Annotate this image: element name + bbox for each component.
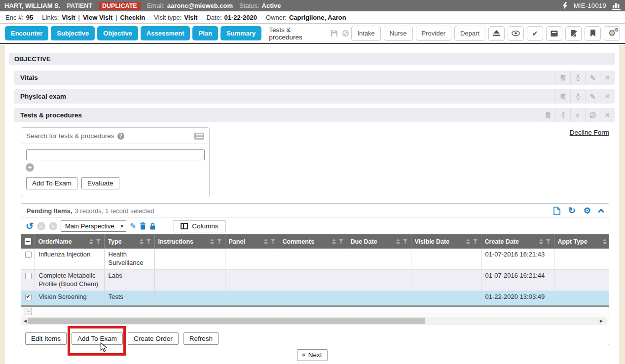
column-header-visible-date[interactable]: Visible Date bbox=[411, 234, 481, 249]
column-header-type[interactable]: Type bbox=[104, 234, 154, 249]
physical-exam-microphone-icon[interactable] bbox=[570, 89, 585, 104]
objective-section-header[interactable]: OBJECTIVE bbox=[9, 53, 615, 65]
tests-book-icon[interactable] bbox=[541, 108, 555, 122]
stage-button-intake[interactable]: Intake bbox=[351, 26, 380, 41]
link-checkin[interactable]: Checkin bbox=[120, 14, 146, 21]
nav-forward-icon[interactable]: › bbox=[49, 222, 57, 230]
nav-back-icon[interactable]: ‹ bbox=[37, 222, 45, 230]
row-checkbox[interactable] bbox=[25, 273, 32, 279]
save-icon[interactable] bbox=[331, 30, 338, 37]
physical-exam-close-icon[interactable]: ✕ bbox=[600, 89, 615, 104]
vitals-book-icon[interactable] bbox=[555, 71, 570, 85]
filter-icon[interactable] bbox=[147, 239, 151, 244]
evaluate-button[interactable]: Evaluate bbox=[81, 177, 119, 189]
settings-icon-button[interactable]: ⚙ ⚙ bbox=[604, 26, 620, 41]
tests-procedures-section-header[interactable]: Tests & procedures » ✕ bbox=[14, 108, 615, 122]
vitals-microphone-icon[interactable] bbox=[570, 71, 585, 85]
filter-icon[interactable] bbox=[403, 239, 408, 244]
vitals-section-header[interactable]: Vitals ✎ ✕ bbox=[14, 71, 615, 85]
scroll-left-icon[interactable]: ◄ bbox=[23, 317, 28, 325]
scroll-right-icon[interactable]: ► bbox=[599, 317, 604, 325]
tab-summary[interactable]: Summary bbox=[221, 26, 261, 40]
refresh-icon[interactable]: ↻ bbox=[568, 206, 576, 215]
sort-icon[interactable] bbox=[466, 239, 470, 245]
sort-icon[interactable] bbox=[89, 239, 93, 245]
stage-button-nurse[interactable]: Nurse bbox=[384, 26, 413, 41]
scrollbar-thumb[interactable] bbox=[28, 318, 425, 324]
select-all-header[interactable] bbox=[21, 234, 35, 249]
eye-icon-button[interactable] bbox=[508, 26, 524, 41]
select-all-checkbox[interactable] bbox=[25, 238, 31, 245]
horizontal-scrollbar[interactable]: ◄ ► bbox=[21, 317, 607, 325]
link-view-visit[interactable]: View Visit bbox=[83, 14, 112, 21]
edit-items-button[interactable]: Edit Items bbox=[25, 332, 67, 345]
vitals-close-icon[interactable]: ✕ bbox=[600, 71, 615, 85]
tests-collapse-icon[interactable]: » bbox=[570, 108, 585, 122]
tab-objective[interactable]: Objective bbox=[97, 26, 138, 40]
tab-assessment[interactable]: Assessment bbox=[141, 26, 190, 40]
filter-icon[interactable] bbox=[473, 239, 478, 244]
help-icon[interactable]: ? bbox=[117, 133, 124, 140]
columns-button[interactable]: Columns bbox=[174, 220, 225, 232]
filter-icon[interactable] bbox=[546, 239, 551, 244]
decline-form-link[interactable]: Decline Form bbox=[570, 129, 609, 136]
new-document-icon[interactable] bbox=[553, 207, 560, 215]
tests-close-icon[interactable]: ✕ bbox=[600, 108, 615, 122]
row-checkbox[interactable] bbox=[25, 252, 32, 258]
column-header-due-date[interactable]: Due Date bbox=[347, 234, 411, 249]
column-header-instructions[interactable]: Instructions bbox=[154, 234, 225, 249]
refresh-button[interactable]: Refresh bbox=[184, 332, 219, 345]
tab-subjective[interactable]: Subjective bbox=[51, 26, 95, 40]
table-row[interactable]: Vision Screening Tests 01-22-2020 13:03:… bbox=[21, 291, 609, 305]
filter-icon[interactable] bbox=[217, 239, 222, 244]
column-header-create-date[interactable]: Create Date bbox=[481, 234, 554, 249]
link-visit[interactable]: Visit bbox=[62, 14, 75, 21]
book-icon-button[interactable] bbox=[565, 26, 582, 41]
vitals-edit-icon[interactable]: ✎ bbox=[585, 71, 600, 85]
tests-search-input[interactable] bbox=[26, 149, 205, 160]
column-header-panel[interactable]: Panel bbox=[225, 234, 279, 249]
check-icon-button[interactable]: ✔ bbox=[527, 26, 543, 41]
gear-icon[interactable]: ⚙ bbox=[584, 207, 591, 215]
sort-icon[interactable] bbox=[539, 239, 543, 245]
stage-button-provider[interactable]: Provider bbox=[416, 26, 451, 41]
sort-icon[interactable] bbox=[332, 239, 336, 245]
filter-icon[interactable] bbox=[271, 239, 276, 244]
add-to-exam-button[interactable]: Add To Exam bbox=[72, 332, 123, 345]
collapse-minus-icon[interactable]: − bbox=[25, 308, 32, 315]
column-header-ordername[interactable]: OrderName bbox=[35, 234, 104, 249]
create-order-button[interactable]: Create Order bbox=[128, 332, 179, 345]
lock-perspective-icon[interactable] bbox=[149, 222, 156, 230]
reset-perspective-icon[interactable]: ↺ bbox=[26, 221, 34, 231]
eject-icon-button[interactable] bbox=[488, 26, 505, 41]
column-header-appt-type[interactable]: Appt Type bbox=[554, 234, 609, 249]
collapse-panel-icon[interactable] bbox=[598, 209, 604, 215]
sort-icon[interactable] bbox=[140, 239, 144, 245]
sort-icon[interactable] bbox=[396, 239, 400, 245]
duplicate-badge[interactable]: DUPLICATE bbox=[99, 2, 141, 10]
search-add-to-exam-button[interactable]: Add To Exam bbox=[26, 177, 77, 189]
filter-icon[interactable] bbox=[339, 239, 344, 244]
edit-perspective-icon[interactable]: ✎ bbox=[130, 222, 136, 230]
add-row-plus-icon[interactable]: + bbox=[26, 163, 34, 172]
bar-chart-icon[interactable] bbox=[612, 2, 621, 10]
tab-plan[interactable]: Plan bbox=[192, 26, 218, 40]
sort-icon[interactable] bbox=[264, 239, 268, 245]
row-checkbox[interactable] bbox=[25, 294, 32, 300]
bookmark-icon-button[interactable] bbox=[585, 26, 601, 41]
block-icon[interactable] bbox=[342, 30, 349, 36]
physical-exam-edit-icon[interactable]: ✎ bbox=[585, 89, 600, 104]
table-row[interactable]: Influenza Injection Health Surveillance … bbox=[21, 249, 609, 269]
sort-icon[interactable] bbox=[603, 239, 607, 245]
bolt-icon[interactable] bbox=[562, 2, 568, 10]
list-icon[interactable] bbox=[194, 133, 204, 140]
tab-encounter[interactable]: Encounter bbox=[5, 26, 48, 40]
perspective-select[interactable]: Main Perspective ▾ bbox=[61, 220, 126, 232]
filter-icon[interactable] bbox=[96, 239, 101, 244]
archive-icon-button[interactable] bbox=[546, 26, 562, 41]
physical-exam-book-icon[interactable] bbox=[555, 89, 570, 104]
sort-icon[interactable] bbox=[210, 239, 214, 245]
column-header-comments[interactable]: Comments bbox=[279, 234, 347, 249]
tests-microphone-icon[interactable] bbox=[555, 108, 570, 122]
delete-perspective-icon[interactable] bbox=[140, 222, 146, 230]
